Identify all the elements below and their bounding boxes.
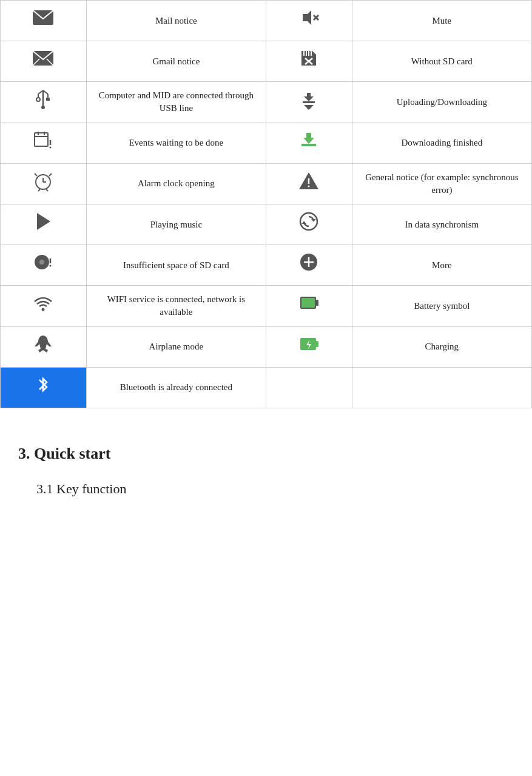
svg-rect-59 (301, 298, 315, 308)
in-data-synchronism-label: In data synchronism (352, 204, 531, 245)
svg-rect-23 (303, 101, 315, 103)
svg-marker-47 (311, 219, 316, 221)
wifi-icon-cell (1, 286, 87, 326)
play-icon-cell (1, 204, 87, 245)
table-row: WIFI service is connected, network is av… (1, 286, 532, 326)
more-icon-cell (266, 245, 352, 286)
warning-icon-cell (266, 163, 352, 204)
events-waiting-label: Events waiting to be done (86, 123, 266, 163)
usb-icon-cell (1, 82, 87, 123)
alarm-clock-label: Alarm clock opening (86, 163, 266, 204)
mail-icon-cell (1, 1, 87, 41)
svg-rect-34 (301, 144, 316, 146)
svg-marker-1 (303, 10, 311, 25)
table-row: Alarm clock opening General notice (for … (1, 163, 532, 204)
svg-point-56 (42, 308, 45, 311)
bluetooth-label: Bluetooth is already connected (86, 367, 266, 408)
sub-heading: 3.1 Key function (0, 469, 532, 503)
alarm-icon-cell (1, 163, 87, 204)
svg-point-46 (300, 213, 317, 230)
svg-marker-48 (301, 221, 306, 224)
svg-point-20 (41, 106, 45, 109)
download-finished-icon-cell (266, 123, 352, 163)
table-row: Gmail notice Without SD card (1, 41, 532, 82)
sd-card-icon-cell (266, 41, 352, 82)
table-row: Mail notice Mute (1, 1, 532, 41)
svg-marker-45 (37, 213, 50, 230)
sync-icon-cell (266, 204, 352, 245)
charging-icon-cell (266, 326, 352, 367)
svg-line-39 (49, 174, 52, 176)
insufficient-space-label: Insufficient space of SD card (86, 245, 266, 286)
svg-rect-22 (307, 93, 311, 98)
battery-icon-cell (266, 286, 352, 326)
table-row: Insufficient space of SD card More (1, 245, 532, 286)
svg-line-38 (35, 174, 37, 176)
svg-rect-16 (46, 98, 50, 101)
without-sd-card-label: Without SD card (352, 41, 531, 82)
playing-music-label: Playing music (86, 204, 266, 245)
mute-icon-cell (266, 1, 352, 41)
downloading-finished-label: Downloading finished (352, 123, 531, 163)
svg-line-41 (46, 189, 48, 191)
table-row: Events waiting to be done Downloading fi… (1, 123, 532, 163)
sd-insufficient-icon-cell (1, 245, 87, 286)
svg-point-19 (36, 98, 40, 101)
empty-label (352, 367, 531, 408)
svg-point-44 (308, 185, 310, 187)
airplane-icon-cell (1, 326, 87, 367)
more-label: More (352, 245, 531, 286)
uploading-downloading-label: Uploading/Downloading (352, 82, 531, 123)
events-icon-cell (1, 123, 87, 163)
svg-rect-61 (316, 341, 318, 347)
mute-label: Mute (352, 1, 531, 41)
svg-rect-25 (307, 105, 311, 109)
table-row: Computer and MID are connected through U… (1, 82, 532, 123)
table-row: Airplane mode Charging (1, 326, 532, 367)
svg-line-40 (38, 189, 40, 191)
mail-notice-label: Mail notice (86, 1, 266, 41)
svg-point-50 (39, 260, 44, 265)
svg-point-52 (50, 265, 52, 267)
table-row: Bluetooth is already connected (1, 367, 532, 408)
usb-label: Computer and MID are connected through U… (86, 82, 266, 123)
bluetooth-icon-cell (1, 367, 87, 408)
svg-rect-58 (316, 300, 318, 306)
empty-icon-cell (266, 367, 352, 408)
gmail-icon-cell (1, 41, 87, 82)
general-notice-label: General notice (for example: synchronous… (352, 163, 531, 204)
battery-symbol-label: Battery symbol (352, 286, 531, 326)
table-row: Playing music In data synchronism (1, 204, 532, 245)
svg-rect-26 (35, 133, 48, 146)
icons-table: Mail notice Mute Gmail notice (0, 0, 532, 408)
airplane-mode-label: Airplane mode (86, 326, 266, 367)
section-heading: 3. Quick start (0, 408, 532, 469)
gmail-notice-label: Gmail notice (86, 41, 266, 82)
svg-rect-33 (306, 133, 311, 139)
wifi-label: WIFI service is connected, network is av… (86, 286, 266, 326)
svg-point-31 (50, 146, 52, 148)
charging-label: Charging (352, 326, 531, 367)
upload-download-icon-cell (266, 82, 352, 123)
